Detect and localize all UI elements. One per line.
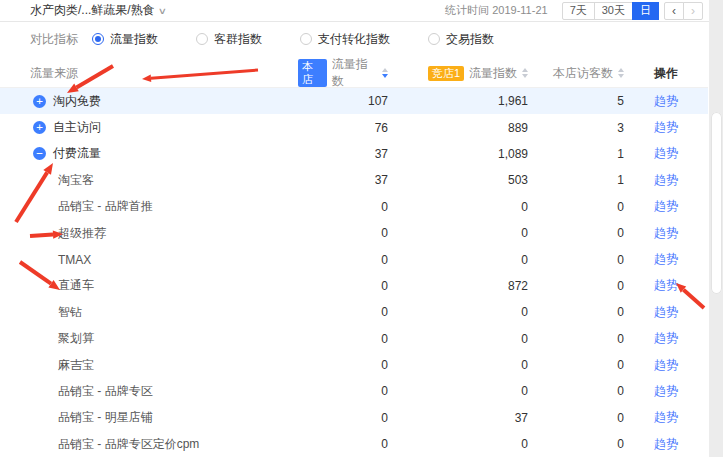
- trend-link[interactable]: 趋势: [654, 278, 678, 292]
- trend-link[interactable]: 趋势: [654, 331, 678, 345]
- traffic-source-label: 淘宝客: [58, 172, 94, 189]
- traffic-source-label: 聚划算: [58, 330, 94, 347]
- visitors-value: 0: [528, 411, 624, 425]
- visitors-value: 1: [528, 147, 624, 161]
- table-row: +自主访问768893趋势: [0, 114, 708, 140]
- traffic-source-label: 付费流量: [53, 145, 101, 162]
- rival-index-value: 1,961: [388, 94, 528, 108]
- traffic-source-table: +淘内免费1071,9615趋势+自主访问768893趋势−付费流量371,08…: [0, 88, 723, 457]
- traffic-source-label: 智钻: [58, 304, 82, 321]
- stat-time-label: 统计时间 2019-11-21: [445, 3, 548, 18]
- metric-radio[interactable]: 交易指数: [428, 31, 494, 48]
- trend-link[interactable]: 趋势: [654, 94, 678, 108]
- rival-index-value: 0: [388, 200, 528, 214]
- visitors-value: 0: [528, 279, 624, 293]
- traffic-source-label: 自主访问: [53, 119, 101, 136]
- expand-plus-icon[interactable]: +: [33, 121, 46, 134]
- table-row: 直通车08720趋势: [0, 273, 708, 299]
- table-row: 品销宝 - 品牌专区定价cpm000趋势: [0, 431, 708, 457]
- own-index-value: 0: [298, 279, 388, 293]
- trend-link[interactable]: 趋势: [654, 305, 678, 319]
- own-index-value: 0: [298, 332, 388, 346]
- chevron-down-icon: ∨: [157, 6, 166, 16]
- breadcrumb-text: 水产肉类/...鲜蔬果/熟食: [30, 2, 155, 19]
- date-controls: 统计时间 2019-11-21 7天30天日 ‹ ›: [445, 2, 703, 20]
- collapse-minus-icon[interactable]: −: [33, 147, 46, 160]
- rival-index-value: 872: [388, 279, 528, 293]
- range-button-option[interactable]: 7天: [562, 2, 595, 20]
- own-index-value: 0: [298, 253, 388, 267]
- traffic-source-label: 麻吉宝: [58, 357, 94, 374]
- table-row: 品销宝 - 明星店铺0370趋势: [0, 405, 708, 431]
- rival-index-value: 0: [388, 226, 528, 240]
- traffic-source-label: TMAX: [58, 253, 91, 267]
- table-row: TMAX000趋势: [0, 246, 708, 272]
- scrollbar-thumb[interactable]: [711, 112, 722, 294]
- table-row: −付费流量371,0891趋势: [0, 141, 708, 167]
- traffic-source-label: 品销宝 - 品牌首推: [58, 198, 153, 215]
- column-visitors[interactable]: 本店访客数: [528, 65, 624, 82]
- radio-icon[interactable]: [92, 33, 104, 45]
- date-pager: ‹ ›: [664, 2, 703, 20]
- metric-radio[interactable]: 流量指数: [92, 31, 158, 48]
- trend-link[interactable]: 趋势: [654, 173, 678, 187]
- metric-radio-group: 流量指数客群指数支付转化指数交易指数: [92, 31, 532, 48]
- own-index-value: 0: [298, 358, 388, 372]
- trend-link[interactable]: 趋势: [654, 437, 678, 451]
- date-range-group: 7天30天日: [562, 2, 659, 20]
- metric-radio[interactable]: 客群指数: [196, 31, 262, 48]
- visitors-value: 0: [528, 200, 624, 214]
- own-index-value: 0: [298, 305, 388, 319]
- own-index-value: 37: [298, 147, 388, 161]
- trend-link[interactable]: 趋势: [654, 384, 678, 398]
- prev-day-button[interactable]: ‹: [664, 2, 684, 20]
- metric-radio-label: 流量指数: [110, 31, 158, 48]
- own-shop-badge: 本店: [298, 59, 327, 87]
- metric-radio[interactable]: 支付转化指数: [300, 31, 390, 48]
- own-index-value: 107: [298, 94, 388, 108]
- range-button-option[interactable]: 30天: [594, 2, 633, 20]
- trend-link[interactable]: 趋势: [654, 358, 678, 372]
- range-button-selected[interactable]: 日: [632, 2, 659, 20]
- traffic-source-label: 品销宝 - 品牌专区: [58, 383, 153, 400]
- own-index-value: 0: [298, 200, 388, 214]
- traffic-source-label: 品销宝 - 明星店铺: [58, 409, 153, 426]
- metric-radio-label: 客群指数: [214, 31, 262, 48]
- rival-index-value: 1,089: [388, 147, 528, 161]
- visitors-value: 0: [528, 384, 624, 398]
- top-bar: 水产肉类/...鲜蔬果/熟食 ∨ 统计时间 2019-11-21 7天30天日 …: [0, 0, 723, 22]
- category-breadcrumb[interactable]: 水产肉类/...鲜蔬果/熟食 ∨: [30, 2, 165, 19]
- own-index-value: 76: [298, 121, 388, 135]
- table-row: 超级推荐000趋势: [0, 220, 708, 246]
- scrollbar-track[interactable]: [709, 0, 723, 457]
- trend-link[interactable]: 趋势: [654, 146, 678, 160]
- own-index-value: 37: [298, 173, 388, 187]
- trend-link[interactable]: 趋势: [654, 120, 678, 134]
- radio-icon[interactable]: [196, 33, 208, 45]
- visitors-value: 0: [528, 332, 624, 346]
- rival-index-value: 0: [388, 358, 528, 372]
- own-index-value: 0: [298, 411, 388, 425]
- visitors-value: 0: [528, 226, 624, 240]
- column-rival-index[interactable]: 竞店1 流量指数: [388, 65, 528, 82]
- visitors-value: 0: [528, 305, 624, 319]
- compare-metric-filter: 对比指标 流量指数客群指数支付转化指数交易指数: [0, 22, 723, 56]
- visitors-value: 3: [528, 121, 624, 135]
- trend-link[interactable]: 趋势: [654, 252, 678, 266]
- own-index-value: 0: [298, 226, 388, 240]
- next-day-button[interactable]: ›: [683, 2, 703, 20]
- trend-link[interactable]: 趋势: [654, 199, 678, 213]
- expand-plus-icon[interactable]: +: [33, 95, 46, 108]
- visitors-label: 本店访客数: [553, 65, 613, 82]
- radio-icon[interactable]: [300, 33, 312, 45]
- radio-icon[interactable]: [428, 33, 440, 45]
- rival-metric-label: 流量指数: [469, 65, 517, 82]
- trend-link[interactable]: 趋势: [654, 226, 678, 240]
- column-own-index[interactable]: 本店 流量指数: [298, 56, 388, 90]
- metric-radio-label: 交易指数: [446, 31, 494, 48]
- rival-index-value: 889: [388, 121, 528, 135]
- rival-index-value: 0: [388, 253, 528, 267]
- rival-index-value: 0: [388, 305, 528, 319]
- filter-label: 对比指标: [30, 31, 78, 48]
- trend-link[interactable]: 趋势: [654, 410, 678, 424]
